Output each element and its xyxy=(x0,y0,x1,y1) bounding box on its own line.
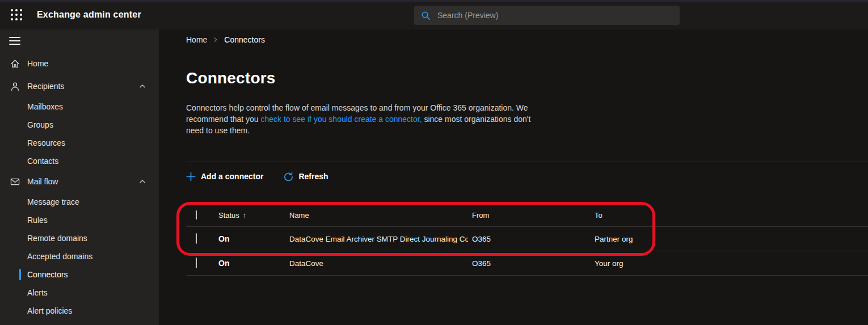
sidebar-item-label: Recipients xyxy=(27,82,64,91)
connector-from: O365 xyxy=(472,235,491,243)
hamburger-menu-icon[interactable] xyxy=(9,37,159,45)
connector-name[interactable]: DataCove Email Archiver SMTP Direct Jour… xyxy=(289,235,468,243)
sidebar-item-mail-flow[interactable]: Mail flow xyxy=(0,170,159,193)
sidebar-item-label: Mail flow xyxy=(27,177,58,186)
table-row[interactable]: On DataCove O365 Your org xyxy=(186,251,868,276)
sidebar-item-label: Alerts xyxy=(27,288,48,297)
sidebar-item-label: Mailboxes xyxy=(27,102,63,111)
plus-icon xyxy=(186,172,196,182)
column-header-to[interactable]: To xyxy=(595,210,602,219)
chevron-right-icon xyxy=(212,36,219,43)
search-box[interactable] xyxy=(414,6,680,25)
sidebar-item-rules[interactable]: Rules xyxy=(0,211,159,229)
sidebar-nav: Home Recipients Mailboxes Groups Resourc… xyxy=(0,29,159,325)
search-icon xyxy=(421,11,431,20)
refresh-icon xyxy=(284,172,293,182)
mail-icon xyxy=(9,176,20,187)
sort-ascending-icon: ↑ xyxy=(243,211,246,219)
table-header-row: Status↑ Name From To xyxy=(186,203,868,227)
sidebar-item-label: Rules xyxy=(27,216,48,225)
row-checkbox[interactable] xyxy=(196,233,197,244)
connector-from: O365 xyxy=(472,259,491,268)
chevron-up-icon[interactable] xyxy=(138,178,146,185)
page-title: Connectors xyxy=(186,69,276,87)
page-description: Connectors help control the flow of emai… xyxy=(186,102,537,136)
app-launcher-icon[interactable] xyxy=(9,7,24,23)
top-app-bar: Exchange admin center xyxy=(0,0,868,29)
home-icon xyxy=(9,58,20,69)
refresh-label: Refresh xyxy=(298,172,328,181)
sidebar-item-label: Home xyxy=(27,59,48,68)
column-header-status[interactable]: Status↑ xyxy=(218,210,246,219)
sidebar-item-label: Message trace xyxy=(27,197,79,206)
row-checkbox[interactable] xyxy=(196,258,197,268)
sidebar-item-label: Accepted domains xyxy=(27,252,92,261)
connector-status: On xyxy=(218,259,229,268)
app-title: Exchange admin center xyxy=(37,10,141,20)
add-connector-button[interactable]: Add a connector xyxy=(186,172,263,182)
breadcrumb-current: Connectors xyxy=(224,35,265,44)
sidebar-item-alert-policies[interactable]: Alert policies xyxy=(0,302,159,320)
sidebar-item-recipients[interactable]: Recipients xyxy=(0,75,159,98)
toolbar: Add a connector Refresh xyxy=(186,169,328,184)
sidebar-item-groups[interactable]: Groups xyxy=(0,116,159,134)
sidebar-item-label: Alert policies xyxy=(27,306,72,315)
search-input[interactable] xyxy=(437,11,673,20)
breadcrumb-home-link[interactable]: Home xyxy=(186,35,207,44)
main-content: Home Connectors Connectors Connectors he… xyxy=(159,29,868,325)
sidebar-item-accepted-domains[interactable]: Accepted domains xyxy=(0,247,159,265)
breadcrumb: Home Connectors xyxy=(186,35,265,44)
sidebar-item-label: Groups xyxy=(27,120,53,129)
sidebar-item-home[interactable]: Home xyxy=(0,52,159,75)
person-icon xyxy=(9,81,20,92)
sidebar-item-resources[interactable]: Resources xyxy=(0,134,159,152)
sidebar-item-label: Connectors xyxy=(27,270,68,279)
select-all-checkbox[interactable] xyxy=(196,210,197,220)
selected-indicator xyxy=(19,269,21,280)
window-top-strip xyxy=(0,0,868,2)
connector-to: Partner org xyxy=(595,235,633,243)
sidebar-item-contacts[interactable]: Contacts xyxy=(0,152,159,170)
sidebar-item-message-trace[interactable]: Message trace xyxy=(0,193,159,211)
connector-name[interactable]: DataCove xyxy=(289,259,323,268)
create-connector-link[interactable]: check to see if you should create a conn… xyxy=(261,115,422,124)
sidebar-item-connectors[interactable]: Connectors xyxy=(0,265,159,284)
sidebar-item-label: Resources xyxy=(27,138,65,147)
refresh-button[interactable]: Refresh xyxy=(284,172,328,182)
column-header-label: Status xyxy=(218,210,239,219)
toolbar-divider xyxy=(186,162,868,162)
column-header-from[interactable]: From xyxy=(472,210,489,219)
table-row[interactable]: On DataCove Email Archiver SMTP Direct J… xyxy=(186,227,868,251)
sidebar-header xyxy=(0,29,159,52)
sidebar-item-alerts[interactable]: Alerts xyxy=(0,284,159,302)
chevron-up-icon[interactable] xyxy=(138,82,146,90)
sidebar-item-label: Remote domains xyxy=(27,234,87,243)
connector-to: Your org xyxy=(595,259,623,268)
sidebar-item-remote-domains[interactable]: Remote domains xyxy=(0,229,159,247)
connector-status: On xyxy=(218,234,229,243)
column-header-name[interactable]: Name xyxy=(289,210,309,219)
sidebar-item-label: Contacts xyxy=(27,157,58,166)
add-connector-label: Add a connector xyxy=(201,172,263,181)
sidebar-item-mailboxes[interactable]: Mailboxes xyxy=(0,98,159,116)
